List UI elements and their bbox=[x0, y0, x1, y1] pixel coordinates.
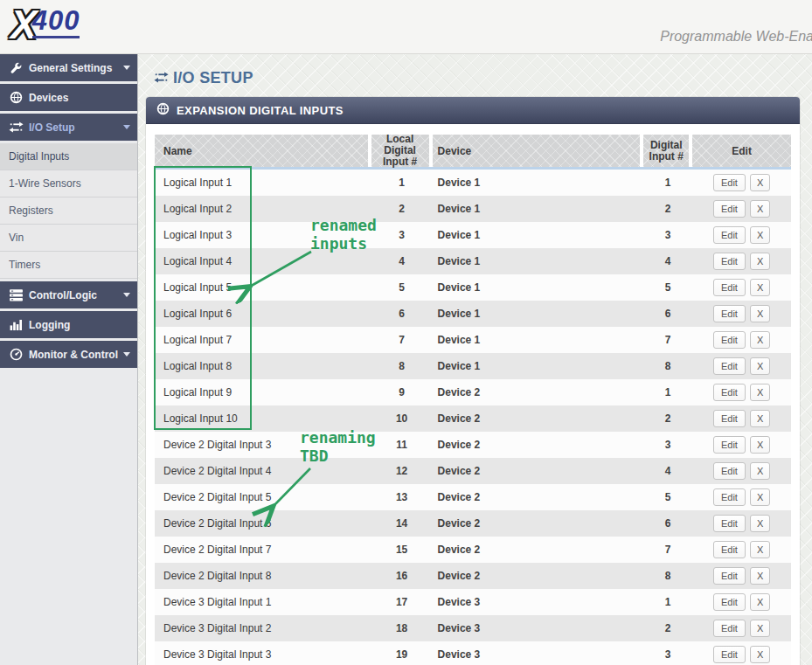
delete-x-button[interactable]: X bbox=[750, 515, 770, 532]
input-name-cell: Device 2 Digital Input 4 bbox=[155, 465, 371, 477]
column-header-name: Name bbox=[155, 135, 368, 167]
edit-cell: EditX bbox=[692, 305, 791, 322]
device-cell: Device 3 bbox=[433, 648, 644, 661]
sidebar-subitem-digital-inputs[interactable]: Digital Inputs bbox=[0, 143, 137, 170]
digital-input-number-cell: 3 bbox=[643, 439, 692, 451]
device-cell: Device 2 bbox=[433, 386, 644, 398]
digital-input-number-cell: 2 bbox=[643, 622, 692, 634]
edit-button[interactable]: Edit bbox=[713, 410, 746, 427]
sidebar-item-i-o-setup[interactable]: I/O Setup bbox=[0, 114, 137, 141]
delete-x-button[interactable]: X bbox=[750, 541, 770, 558]
sidebar-item-label: General Settings bbox=[29, 62, 112, 74]
globe-icon bbox=[156, 102, 170, 118]
edit-cell: EditX bbox=[692, 410, 791, 427]
edit-button[interactable]: Edit bbox=[713, 200, 746, 218]
edit-button[interactable]: Edit bbox=[713, 620, 746, 637]
delete-x-button[interactable]: X bbox=[750, 200, 770, 218]
delete-x-button[interactable]: X bbox=[750, 253, 770, 270]
digital-input-number-cell: 3 bbox=[643, 229, 692, 241]
sidebar-subitem-registers[interactable]: Registers bbox=[0, 197, 137, 225]
edit-button[interactable]: Edit bbox=[713, 515, 746, 532]
sidebar-item-monitor-control[interactable]: Monitor & Control bbox=[0, 341, 137, 368]
digital-input-number-cell: 7 bbox=[643, 334, 692, 346]
delete-x-button[interactable]: X bbox=[750, 279, 770, 296]
local-input-number-cell: 1 bbox=[371, 177, 433, 189]
wrench-icon bbox=[9, 61, 24, 75]
delete-x-button[interactable]: X bbox=[750, 305, 770, 322]
device-cell: Device 2 bbox=[433, 439, 644, 451]
table-row: Logical Input 88Device 18EditX bbox=[155, 353, 791, 379]
edit-cell: EditX bbox=[692, 462, 791, 480]
sidebar-item-label: Monitor & Control bbox=[29, 349, 118, 361]
edit-cell: EditX bbox=[692, 226, 791, 244]
device-cell: Device 2 bbox=[433, 544, 644, 556]
exchange-arrows-icon bbox=[154, 69, 169, 87]
table-row: Device 2 Digital Input 614Device 26EditX bbox=[155, 510, 791, 537]
edit-button[interactable]: Edit bbox=[713, 226, 746, 244]
edit-cell: EditX bbox=[692, 567, 791, 585]
digital-input-number-cell: 4 bbox=[643, 465, 692, 477]
delete-x-button[interactable]: X bbox=[750, 462, 770, 480]
edit-cell: EditX bbox=[692, 436, 791, 454]
edit-button[interactable]: Edit bbox=[713, 541, 746, 558]
edit-button[interactable]: Edit bbox=[713, 436, 746, 454]
edit-button[interactable]: Edit bbox=[713, 357, 746, 375]
delete-x-button[interactable]: X bbox=[750, 436, 770, 454]
delete-x-button[interactable]: X bbox=[750, 174, 770, 191]
chart-icon bbox=[9, 318, 24, 332]
device-cell: Device 2 bbox=[433, 570, 644, 582]
input-name-cell: Logical Input 10 bbox=[155, 412, 371, 425]
chevron-down-icon bbox=[123, 293, 130, 297]
edit-button[interactable]: Edit bbox=[713, 305, 746, 322]
table-body: Logical Input 11Device 11EditXLogical In… bbox=[155, 170, 791, 665]
delete-x-button[interactable]: X bbox=[750, 488, 770, 506]
digital-input-number-cell: 1 bbox=[643, 386, 692, 398]
table-row: Logical Input 55Device 15EditX bbox=[155, 274, 791, 301]
sidebar-item-label: I/O Setup bbox=[29, 121, 75, 134]
edit-button[interactable]: Edit bbox=[713, 488, 746, 506]
edit-button[interactable]: Edit bbox=[713, 646, 746, 663]
table-row: Device 2 Digital Input 715Device 27EditX bbox=[155, 537, 791, 563]
edit-button[interactable]: Edit bbox=[713, 279, 746, 296]
delete-x-button[interactable]: X bbox=[750, 593, 770, 611]
column-header-device: Device bbox=[433, 135, 641, 167]
delete-x-button[interactable]: X bbox=[750, 646, 770, 663]
digital-input-number-cell: 8 bbox=[643, 360, 692, 372]
sidebar-item-control-logic[interactable]: Control/Logic bbox=[0, 281, 137, 308]
table-row: Logical Input 44Device 14EditX bbox=[155, 248, 791, 274]
delete-x-button[interactable]: X bbox=[750, 226, 770, 244]
device-cell: Device 1 bbox=[433, 308, 644, 320]
delete-x-button[interactable]: X bbox=[750, 331, 770, 349]
sidebar-io-submenu: Digital Inputs1-Wire SensorsRegistersVin… bbox=[0, 143, 137, 279]
delete-x-button[interactable]: X bbox=[750, 357, 770, 375]
edit-button[interactable]: Edit bbox=[713, 253, 746, 270]
device-cell: Device 1 bbox=[433, 281, 644, 294]
local-input-number-cell: 6 bbox=[371, 308, 433, 320]
logo-model-number: 400 bbox=[32, 8, 80, 38]
edit-button[interactable]: Edit bbox=[713, 331, 746, 349]
digital-input-number-cell: 3 bbox=[643, 648, 692, 661]
delete-x-button[interactable]: X bbox=[750, 384, 770, 401]
inputs-table: Name Local Digital Input # Device Digita… bbox=[146, 124, 800, 665]
input-name-cell: Logical Input 4 bbox=[155, 255, 371, 267]
digital-input-number-cell: 5 bbox=[643, 281, 692, 294]
edit-cell: EditX bbox=[692, 279, 791, 296]
edit-button[interactable]: Edit bbox=[713, 384, 746, 401]
edit-cell: EditX bbox=[692, 357, 791, 375]
delete-x-button[interactable]: X bbox=[750, 567, 770, 585]
sidebar-subitem-timers[interactable]: Timers bbox=[0, 252, 137, 279]
sidebar-subitem-vin[interactable]: Vin bbox=[0, 225, 137, 252]
sidebar-item-devices[interactable]: Devices bbox=[0, 84, 137, 111]
device-cell: Device 2 bbox=[433, 412, 644, 425]
edit-button[interactable]: Edit bbox=[713, 567, 746, 585]
device-cell: Device 1 bbox=[433, 334, 644, 346]
delete-x-button[interactable]: X bbox=[750, 620, 770, 637]
sidebar-subitem-1-wire-sensors[interactable]: 1-Wire Sensors bbox=[0, 170, 137, 197]
input-name-cell: Logical Input 2 bbox=[155, 203, 371, 215]
sidebar-item-logging[interactable]: Logging bbox=[0, 311, 137, 338]
edit-button[interactable]: Edit bbox=[713, 174, 746, 191]
edit-button[interactable]: Edit bbox=[713, 593, 746, 611]
edit-button[interactable]: Edit bbox=[713, 462, 746, 480]
sidebar-item-general-settings[interactable]: General Settings bbox=[0, 54, 137, 81]
delete-x-button[interactable]: X bbox=[750, 410, 770, 427]
